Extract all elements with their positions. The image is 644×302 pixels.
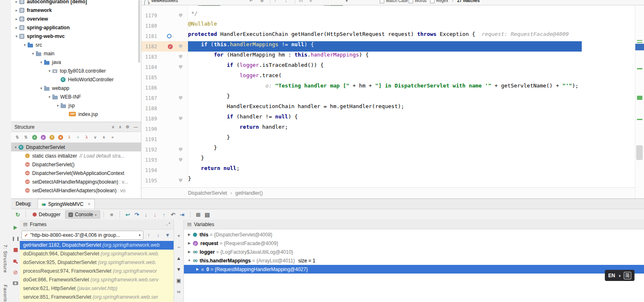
tool-window-button-structure[interactable]: 7: Structure <box>3 245 8 273</box>
show-lambdas-icon[interactable]: λ <box>67 135 72 139</box>
breadcrumb-class[interactable]: DispatcherServlet <box>188 190 227 196</box>
fold-marker-icon[interactable] <box>179 96 183 100</box>
show-interfaces-icon[interactable]: ○ <box>75 135 80 139</box>
collapse-all-icon[interactable]: ∧ <box>101 135 106 139</box>
chevron-open-icon[interactable]: ▾ <box>30 52 36 56</box>
expand-closed-icon[interactable]: ▶ <box>186 250 192 254</box>
hide-library-frames-icon[interactable]: ▼ <box>163 232 172 238</box>
new-line-icon[interactable]: ↵ <box>249 0 253 5</box>
search-query[interactable]: viewResolvers <box>151 0 178 5</box>
code-line[interactable]: 1179 */ <box>141 10 635 21</box>
editor[interactable]: viewResolvers ↵ ⊗ ↑ ↓ ▭ ≡ ▼ Match Case W… <box>141 0 644 198</box>
step-into-icon[interactable]: ↓ <box>141 212 150 218</box>
code-line[interactable]: 1192 } <box>141 144 635 155</box>
show-execution-point-icon[interactable]: ↩ <box>123 212 132 218</box>
chevron-closed-icon[interactable]: ▸ <box>14 26 19 30</box>
fold-marker-icon[interactable] <box>179 117 183 120</box>
breadcrumb-method[interactable]: getHandler() <box>235 190 263 196</box>
regex-checkbox[interactable]: Regex <box>430 0 448 5</box>
stack-frame[interactable]: doService:925, DispatcherServlet (org.sp… <box>20 258 174 267</box>
project-tree-item[interactable]: ▾main <box>11 49 141 58</box>
code-line[interactable]: 1185 logger.trace( <box>141 72 635 83</box>
gear-icon[interactable]: ⚙ <box>126 125 129 129</box>
resume-button[interactable] <box>11 222 20 233</box>
stack-frame[interactable]: service:851, FrameworkServlet (org.sprin… <box>20 293 174 302</box>
move-watch-up-button[interactable]: ▲ <box>175 254 183 262</box>
variable-row[interactable]: ▶this = {DispatcherServlet@4008} <box>184 230 644 239</box>
editor-gutter[interactable]: 1188 <box>141 103 188 113</box>
chevron-closed-icon[interactable]: ▸ <box>14 17 19 21</box>
stack-frame[interactable]: doDispatch:964, DispatcherServlet (org.s… <box>20 250 174 258</box>
clear-search-icon[interactable]: ⊗ <box>260 0 263 5</box>
previous-frame-icon[interactable]: ↑ <box>144 232 153 238</box>
collapse-all-icon[interactable]: ∧ <box>119 125 122 129</box>
project-tree-item[interactable]: ▾top.fjy8018.controller <box>11 66 141 75</box>
chevron-open-icon[interactable]: ▾ <box>38 60 44 64</box>
editor-gutter[interactable]: 1190 <box>141 124 188 134</box>
fold-marker-icon[interactable] <box>179 158 183 162</box>
fold-marker-icon[interactable] <box>179 65 183 69</box>
breakpoint-icon[interactable]: ✓ <box>168 44 173 49</box>
tab-console[interactable]: > Console ▸ <box>65 210 100 219</box>
tool-window-button-favorites[interactable]: Favorites <box>3 285 8 302</box>
expand-open-icon[interactable]: ▼ <box>186 259 192 262</box>
restore-layout-icon[interactable]: ▤ <box>203 212 212 218</box>
code-line[interactable]: 1186 o: "Testing handler map [" + hm + "… <box>141 83 635 93</box>
editor-gutter[interactable]: 1193 <box>141 155 188 165</box>
structure-item[interactable]: istatic class initializer// Load default… <box>11 151 141 160</box>
view-breakpoints-icon[interactable]: ⊞ <box>194 212 203 218</box>
editor-gutter[interactable]: 1184 <box>141 62 188 72</box>
debug-session-tab[interactable]: SpringWebMVC × <box>38 199 95 209</box>
project-tree-item[interactable]: ▸autoconfiguration[demo] <box>11 0 141 6</box>
variable-row[interactable]: ▶prequest = {RequestFacade@4009} <box>184 239 644 248</box>
structure-item[interactable]: msetDetectAllHandlerMappings(boolean): v… <box>11 177 141 186</box>
show-properties-icon[interactable]: p <box>41 135 46 140</box>
editor-gutter[interactable]: 1180 <box>141 21 188 31</box>
structure-item[interactable]: mDispatcherServlet(WebApplicationContext <box>11 169 141 177</box>
code-line[interactable]: 1180@Nullable <box>141 21 635 31</box>
previous-occurrence-icon[interactable]: ↑ <box>274 0 276 5</box>
editor-gutter[interactable]: 1182✓ <box>141 41 188 52</box>
show-classes-icon[interactable]: c <box>32 135 37 140</box>
show-non-public-icon[interactable]: a <box>58 135 63 140</box>
code-line[interactable]: * @return the HandlerExecutionChain, or … <box>141 5 635 10</box>
variable-row[interactable]: ▶≡0 = {RequestMappingHandlerMapping@4027… <box>184 265 644 274</box>
fold-marker-icon[interactable] <box>179 14 183 17</box>
chevron-open-icon[interactable]: ▾ <box>47 69 52 73</box>
project-tree-item[interactable]: ▾jsp <box>11 101 141 110</box>
duplicate-watch-button[interactable]: ▣ <box>175 276 183 285</box>
add-watch-button[interactable]: + <box>175 232 183 240</box>
code-line[interactable]: 1181↓protected HandlerExecutionChain get… <box>141 31 635 41</box>
project-tree-item[interactable]: ▾spring-web-mvc <box>11 32 141 40</box>
variable-row[interactable]: ▼oothis.handlerMappings = {ArrayList@401… <box>184 256 644 265</box>
editor-gutter[interactable]: 1192 <box>141 144 188 155</box>
remove-watch-button[interactable]: − <box>175 243 183 251</box>
show-anonymous-icon[interactable]: λ <box>84 135 89 139</box>
chevron-open-icon[interactable]: ▾ <box>47 95 52 99</box>
editor-gutter[interactable] <box>141 5 188 10</box>
chevron-closed-icon[interactable]: ▸ <box>14 0 19 4</box>
view-breakpoints-button[interactable] <box>11 255 20 267</box>
chevron-open-icon[interactable]: ▾ <box>14 34 19 38</box>
stack-frame[interactable]: doGet:866, FrameworkServlet (org.springf… <box>20 276 174 284</box>
filter-search-icon[interactable]: ▼ <box>345 0 349 5</box>
mute-breakpoints-button[interactable]: ⊘ <box>11 267 20 278</box>
hide-panel-icon[interactable]: — <box>134 125 138 129</box>
next-frame-icon[interactable]: ↓ <box>154 232 162 238</box>
ime-badge[interactable]: EN ◑ 简 <box>605 270 635 281</box>
code-line[interactable]: 1191 } <box>141 134 635 144</box>
multiline-search-icon[interactable]: ≡ <box>310 0 312 5</box>
editor-gutter[interactable]: 1181↓ <box>141 31 188 41</box>
project-tree-item[interactable]: CHelloWorldController <box>11 75 141 84</box>
code-line[interactable]: 1194 return null; <box>141 165 635 175</box>
rerun-button[interactable]: ↻ <box>13 212 22 218</box>
structure-item[interactable]: mDispatcherServlet() <box>11 160 141 169</box>
overridden-marker-icon[interactable] <box>167 34 172 38</box>
fold-marker-icon[interactable] <box>179 55 183 59</box>
editor-gutter[interactable]: 1191 <box>141 134 188 144</box>
code-line[interactable]: 1184 if (logger.isTraceEnabled()) { <box>141 62 635 72</box>
project-tree-item[interactable]: ▾WEB-INF <box>11 92 141 101</box>
chevron-open-icon[interactable]: ▾ <box>13 145 19 149</box>
code-line[interactable]: 1189 if (handler != null) { <box>141 113 635 124</box>
tab-debugger[interactable]: Debugger <box>29 210 64 219</box>
